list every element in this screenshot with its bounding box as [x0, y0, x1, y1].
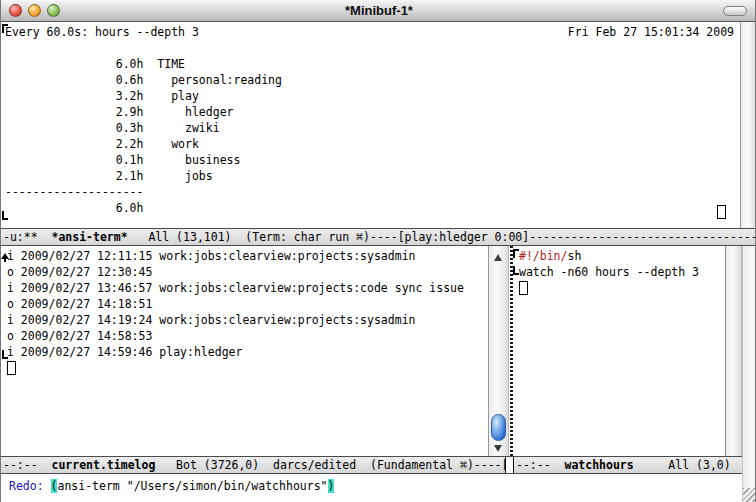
window-title: *Minibuf-1*	[1, 3, 756, 19]
modeline-status: All (13,101) (Term: char run ⌘)----[play…	[128, 230, 756, 244]
timelog-entry: i 2009/02/27 14:19:24 work:jobs:clearvie…	[7, 312, 464, 328]
watch-header-date: Fri Feb 27 15:01:34 2009	[568, 24, 734, 40]
modeline-buffer-name: *ansi-term*	[51, 230, 127, 244]
frame-right-margin	[742, 246, 756, 502]
content-above-indicator-stem	[4, 257, 6, 262]
modeline-ansi-term: -u:** *ansi-term* All (13,101) (Term: ch…	[1, 228, 756, 246]
buffer-end-indicator-icon	[2, 350, 8, 359]
script-cursor	[519, 281, 528, 295]
script-scrollbar[interactable]	[725, 246, 742, 456]
resize-grip-icon[interactable]	[743, 488, 756, 502]
script-shebang-line: #!/bin/sh	[519, 248, 581, 264]
timelog-scrollbar[interactable]	[488, 246, 509, 456]
title-bar[interactable]: *Minibuf-1*	[1, 0, 756, 22]
modeline-timelog: --:-- current.timelog Bot (3726,0) darcs…	[1, 456, 742, 474]
paren-close-highlight: )	[328, 479, 335, 493]
scroll-down-arrow-icon[interactable]	[494, 445, 502, 456]
shebang-interpreter: sh	[567, 249, 581, 263]
timelog-entry: o 2009/02/27 14:18:51	[7, 296, 464, 312]
timelog-window[interactable]: i 2009/02/27 12:11:15 work:jobs:clearvie…	[1, 246, 488, 456]
minibuffer-prompt: Redo:	[9, 479, 51, 493]
modeline-script: --:-- watchhours All (3,0)	[516, 457, 731, 473]
timelog-entry: i 2009/02/27 13:46:57 work:jobs:clearvie…	[7, 280, 464, 296]
timelog-cursor	[7, 361, 16, 375]
timelog-entry: o 2009/02/27 12:30:45	[7, 264, 464, 280]
timelog-entry: o 2009/02/27 14:58:53	[7, 328, 464, 344]
modeline-status: All (3,0)	[634, 458, 731, 472]
minibuffer-text: Redo: (ansi-term "/Users/simon/bin/watch…	[9, 478, 334, 494]
script-window[interactable]: #!/bin/sh watch -n60 hours --depth 3	[513, 246, 742, 456]
buffer-end-indicator-icon	[2, 211, 8, 220]
script-command-line: watch -n60 hours --depth 3	[519, 264, 699, 280]
modeline-flags: --:--	[516, 458, 564, 472]
modeline-buffer-name: current.timelog	[51, 458, 155, 472]
bottom-windows: i 2009/02/27 12:11:15 work:jobs:clearvie…	[1, 246, 742, 456]
minibuffer-expression: ansi-term "/Users/simon/bin/watchhours"	[57, 479, 327, 493]
terminal-cursor	[717, 205, 726, 219]
ansi-term-window[interactable]: Every 60.0s: hours --depth 3 Fri Feb 27 …	[1, 22, 756, 228]
timelog-entry: i 2009/02/27 14:59:46 play:hledger	[7, 344, 464, 360]
window-divider[interactable]	[510, 246, 513, 456]
buffer-end-indicator-icon	[513, 266, 519, 275]
modeline-buffer-name: watchhours	[564, 458, 633, 472]
scroll-up-arrow-icon[interactable]	[494, 250, 502, 261]
toolbar-pill-button[interactable]	[723, 6, 747, 16]
hours-report: 6.0h TIME 0.6h personal:reading 3.2h pla…	[5, 56, 282, 216]
emacs-frame: *Minibuf-1* Every 60.0s: hours --depth 3…	[0, 0, 756, 502]
modeline-flags: -u:**	[3, 230, 51, 244]
scrollbar-thumb[interactable]	[491, 414, 506, 441]
modeline-flags: --:--	[3, 458, 51, 472]
timelog-entries: i 2009/02/27 12:11:15 work:jobs:clearvie…	[7, 248, 464, 360]
modeline-divider-box	[505, 456, 514, 474]
timelog-entry: i 2009/02/27 12:11:15 work:jobs:clearvie…	[7, 248, 464, 264]
watch-header-left: Every 60.0s: hours --depth 3	[5, 24, 199, 40]
terminal-scrollbar[interactable]	[740, 22, 756, 228]
minibuffer[interactable]: Redo: (ansi-term "/Users/simon/bin/watch…	[1, 474, 742, 502]
modeline-status: Bot (3726,0) darcs/edited (Fundamental ⌘…	[155, 458, 508, 472]
shebang-comment: #!/bin/	[519, 249, 567, 263]
